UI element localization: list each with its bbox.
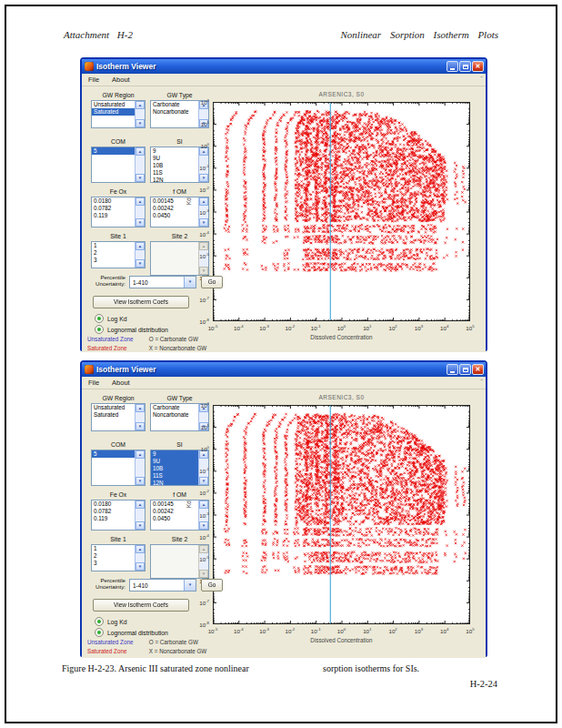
lognormal-radio[interactable] bbox=[95, 628, 104, 637]
list-item[interactable]: 1 bbox=[92, 242, 135, 249]
scrollbar[interactable]: ▲▼ bbox=[135, 500, 145, 530]
axis-tick-label: 10-4 bbox=[234, 324, 244, 331]
minimize-button[interactable] bbox=[447, 364, 458, 375]
list-item[interactable]: 0.119 bbox=[92, 212, 135, 219]
axis-tick-label: 10-1 bbox=[311, 627, 321, 634]
scroll-down-icon[interactable]: ▼ bbox=[135, 562, 145, 571]
scrollbar[interactable]: ▲▼ bbox=[135, 101, 145, 127]
maximize-button[interactable] bbox=[459, 364, 471, 375]
axis-tick-label: 10-4 bbox=[234, 627, 244, 634]
site1-listbox[interactable]: 123 ▲▼ bbox=[91, 544, 146, 571]
menu-about[interactable]: About bbox=[105, 76, 136, 84]
list-item[interactable]: 3 bbox=[92, 560, 135, 567]
scroll-up-icon[interactable]: ▲ bbox=[135, 197, 145, 206]
log-kd-radio[interactable] bbox=[95, 314, 104, 323]
log-kd-radio[interactable] bbox=[95, 617, 104, 626]
scrollbar[interactable]: ▲▼ bbox=[135, 450, 145, 485]
scroll-up-icon[interactable]: ▲ bbox=[135, 147, 145, 156]
axis-tick-label: 10-7 bbox=[199, 599, 209, 606]
axis-tick-label: 101 bbox=[201, 120, 209, 127]
menu-overflow-chevron[interactable]: ˆ bbox=[480, 75, 483, 83]
site1-listbox[interactable]: 123 ▲▼ bbox=[91, 241, 146, 268]
list-item[interactable]: 0.0180 bbox=[92, 500, 135, 508]
list-item[interactable]: 0.0180 bbox=[92, 197, 135, 205]
scrollbar[interactable]: ▲▼ bbox=[135, 404, 145, 430]
close-button[interactable]: ✕ bbox=[472, 61, 484, 72]
isotherm-coefs-button[interactable]: View Isotherm Coefs bbox=[93, 296, 189, 308]
fe-ox-listbox[interactable]: 0.01800.07820.119 ▲▼ bbox=[91, 197, 146, 228]
figure-caption-right: sorption isotherms for SIs. bbox=[323, 663, 419, 673]
scroll-down-icon[interactable]: ▼ bbox=[135, 477, 145, 485]
lognormal-radio[interactable] bbox=[95, 325, 104, 334]
list-item[interactable]: 5 bbox=[92, 450, 135, 458]
list-item[interactable]: Unsaturated bbox=[92, 404, 135, 411]
list-item[interactable]: 1 bbox=[92, 545, 135, 552]
window-titlebar[interactable]: Isotherm Viewer ✕ bbox=[82, 59, 486, 74]
list-item[interactable]: Saturated bbox=[92, 411, 135, 419]
lognormal-radio-row: Lognormal distribution bbox=[95, 628, 168, 637]
list-item[interactable]: 5 bbox=[92, 147, 135, 155]
lognormal-radio-label: Lognormal distribution bbox=[107, 327, 168, 333]
scroll-down-icon[interactable]: ▼ bbox=[135, 521, 145, 530]
scroll-up-icon[interactable]: ▲ bbox=[135, 242, 145, 250]
menu-about[interactable]: About bbox=[105, 379, 136, 387]
x-axis-ticks: 10-510-410-310-210-1100101102103104105 bbox=[213, 627, 470, 636]
list-item[interactable]: 3 bbox=[92, 257, 135, 264]
go-button[interactable]: Go bbox=[201, 579, 223, 592]
menu-file[interactable]: File bbox=[82, 379, 105, 387]
axis-tick-label: 102 bbox=[201, 401, 209, 409]
gw-region-listbox[interactable]: UnsaturatedSaturated ▲▼ bbox=[91, 403, 146, 431]
menubar: File About ˆ bbox=[82, 74, 486, 86]
scroll-up-icon[interactable]: ▲ bbox=[135, 500, 145, 509]
scrollbar[interactable]: ▲▼ bbox=[135, 147, 145, 182]
list-item[interactable]: 0.119 bbox=[92, 515, 135, 522]
list-item[interactable]: Unsaturated bbox=[92, 101, 135, 108]
scroll-down-icon[interactable]: ▼ bbox=[135, 119, 145, 127]
list-item[interactable]: Saturated bbox=[92, 108, 135, 116]
close-button[interactable]: ✕ bbox=[472, 364, 484, 375]
minimize-button[interactable] bbox=[447, 61, 458, 72]
axis-tick-label: 100 bbox=[201, 142, 209, 149]
list-item[interactable]: 2 bbox=[92, 249, 135, 257]
axis-tick-label: 100 bbox=[337, 324, 346, 331]
axis-tick-label: 10-5 bbox=[208, 627, 218, 634]
maximize-button[interactable] bbox=[459, 61, 471, 72]
gw-region-label: GW Region bbox=[91, 92, 146, 98]
axis-tick-label: 10-2 bbox=[286, 627, 296, 634]
window-body: GW Region GW Type UnsaturatedSaturated ▲… bbox=[82, 389, 486, 658]
scroll-down-icon[interactable]: ▼ bbox=[135, 259, 145, 268]
gw-region-listbox[interactable]: UnsaturatedSaturated ▲▼ bbox=[91, 100, 146, 128]
com-listbox[interactable]: 5 ▲▼ bbox=[91, 450, 146, 486]
percentile-label: Percentile Uncertainty: bbox=[84, 274, 125, 287]
isotherm-coefs-button[interactable]: View Isotherm Coefs bbox=[93, 599, 189, 612]
axis-tick-label: 10-2 bbox=[199, 489, 209, 496]
scroll-down-icon[interactable]: ▼ bbox=[135, 422, 145, 430]
plot-title: ARSENIC3, S0 bbox=[213, 394, 470, 400]
legend-row: Saturated Zone X = Noncarbonate GW bbox=[87, 345, 242, 351]
axis-tick-label: 105 bbox=[466, 324, 474, 331]
menu-file[interactable]: File bbox=[82, 76, 105, 84]
axis-tick-label: 102 bbox=[201, 98, 209, 106]
com-listbox[interactable]: 5 ▲▼ bbox=[91, 147, 146, 183]
list-item[interactable]: 2 bbox=[92, 552, 135, 560]
window-titlebar[interactable]: Isotherm Viewer ✕ bbox=[82, 362, 486, 377]
scroll-down-icon[interactable]: ▼ bbox=[135, 218, 145, 227]
scrollbar[interactable]: ▲▼ bbox=[135, 242, 145, 268]
list-item[interactable]: 0.0782 bbox=[92, 205, 135, 212]
list-item[interactable]: 0.0782 bbox=[92, 508, 135, 515]
scroll-up-icon[interactable]: ▲ bbox=[135, 545, 145, 553]
scroll-up-icon[interactable]: ▲ bbox=[135, 404, 145, 412]
legend-marker-label: O = Carbonate GW bbox=[149, 336, 198, 342]
scrollbar[interactable]: ▲▼ bbox=[135, 197, 145, 227]
menu-overflow-chevron[interactable]: ˆ bbox=[480, 378, 483, 386]
go-button[interactable]: Go bbox=[201, 276, 223, 288]
percentile-value: 1-410 bbox=[133, 582, 148, 589]
fe-ox-listbox[interactable]: 0.01800.07820.119 ▲▼ bbox=[91, 500, 146, 531]
scrollbar[interactable]: ▲▼ bbox=[135, 545, 145, 571]
scroll-down-icon[interactable]: ▼ bbox=[135, 174, 145, 182]
scroll-up-icon[interactable]: ▲ bbox=[135, 101, 145, 109]
com-label: COM bbox=[91, 138, 146, 145]
axis-tick-label: 102 bbox=[388, 324, 396, 331]
scroll-up-icon[interactable]: ▲ bbox=[135, 450, 145, 459]
gw-type-label: GW Type bbox=[150, 92, 209, 98]
